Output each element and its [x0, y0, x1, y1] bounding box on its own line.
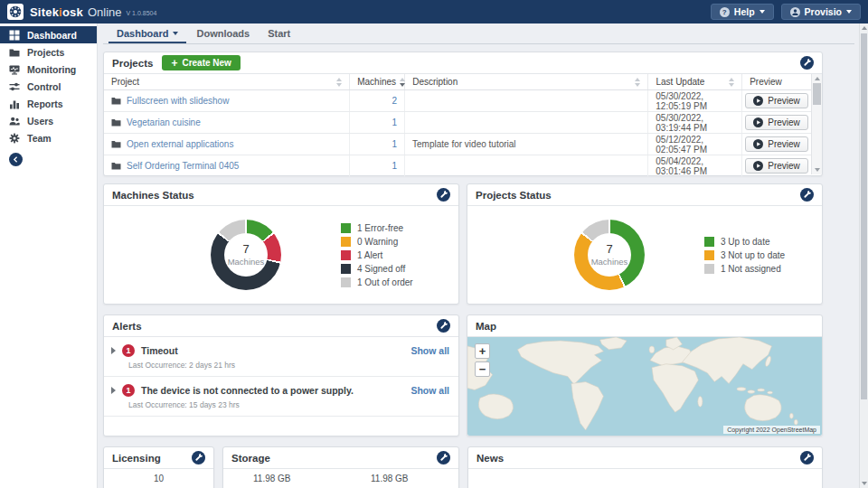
alert-message: Timeout	[141, 345, 178, 356]
legend-swatch	[341, 277, 351, 287]
folder-icon	[111, 118, 121, 127]
projects-status-donut-chart: 7 Machines	[574, 220, 645, 290]
table-row: Self Ordering Terminal 0405 1 05/04/2022…	[104, 155, 811, 177]
legend-label: 1 Not assigned	[721, 264, 781, 274]
project-link[interactable]: Vegetarian cuisine	[111, 117, 201, 127]
tab-dashboard[interactable]: Dashboard	[108, 25, 186, 43]
show-all-link[interactable]: Show all	[410, 385, 449, 396]
preview-button[interactable]: Preview	[745, 136, 808, 152]
sidebar-item-label: Monitoring	[27, 64, 76, 75]
map-attribution: Copyright 2022 OpenStreetMap	[723, 426, 820, 434]
legend-item: 3 Not up to date	[704, 250, 785, 260]
storage-metric: 11.98 GB	[253, 474, 311, 488]
map-zoom-in-button[interactable]: +	[475, 343, 490, 359]
plus-icon: +	[171, 58, 177, 69]
sidebar-item-control[interactable]: Control	[0, 78, 97, 95]
reports-icon	[9, 99, 20, 109]
alert-count-badge: 1	[122, 384, 135, 397]
sort-icon[interactable]	[729, 78, 734, 87]
help-icon: ?	[720, 7, 730, 17]
projects-panel: Projects + Create New Project Machines D…	[103, 52, 823, 176]
table-row: Vegetarian cuisine 1 05/30/2022, 03:19:4…	[104, 112, 811, 134]
scroll-down-icon[interactable]	[862, 482, 867, 485]
projects-icon	[9, 47, 20, 58]
sidebar-item-label: Team	[27, 133, 52, 144]
column-header-project: Project	[111, 77, 139, 87]
alert-count-badge: 1	[122, 344, 135, 357]
top-bar: Sitekiosk Online V 1.0.8504 ? Help Provi…	[0, 0, 868, 23]
donut-center-value: 7	[242, 243, 249, 256]
column-header-machines: Machines	[357, 77, 396, 87]
column-header-last-update: Last Update	[656, 77, 704, 87]
donut-center-label: Machines	[228, 257, 265, 267]
world-map[interactable]: + − Copyright 2022 OpenStreetMap	[467, 337, 822, 436]
expand-caret-icon[interactable]	[111, 387, 116, 394]
legend-label: 1 Alert	[357, 250, 382, 260]
panel-settings-wrench-icon[interactable]	[437, 188, 450, 202]
machines-count-link[interactable]: 2	[392, 96, 398, 106]
scrollbar-thumb[interactable]	[813, 83, 821, 105]
sidebar-item-reports[interactable]: Reports	[0, 95, 97, 112]
legend-item: 1 Out of order	[341, 277, 413, 287]
sort-icon[interactable]	[400, 78, 405, 87]
legend-swatch	[341, 264, 351, 274]
machines-count-link[interactable]: 1	[392, 161, 398, 171]
panel-settings-wrench-icon[interactable]	[800, 188, 814, 202]
panel-settings-wrench-icon[interactable]	[800, 56, 814, 70]
tab-downloads[interactable]: Downloads	[188, 25, 258, 43]
legend-label: 3 Up to date	[721, 237, 769, 247]
panel-settings-wrench-icon[interactable]	[437, 451, 450, 465]
project-link[interactable]: Fullscreen with slideshow	[111, 96, 229, 106]
scrollbar-thumb[interactable]	[861, 33, 867, 399]
column-header-preview: Preview	[750, 77, 782, 87]
preview-button[interactable]: Preview	[745, 93, 808, 108]
sidebar-collapse-button[interactable]	[9, 153, 23, 166]
scroll-down-icon[interactable]	[815, 168, 820, 172]
sidebar-item-projects[interactable]: Projects	[0, 43, 97, 61]
machines-count-link[interactable]: 1	[392, 139, 398, 149]
version-label: V 1.0.8504	[126, 10, 156, 16]
legend-label: 3 Not up to date	[721, 250, 785, 260]
sidebar-item-users[interactable]: Users	[0, 112, 97, 129]
user-menu-button[interactable]: Provisio	[781, 4, 861, 20]
alert-item: 1 The device is not connected to a power…	[104, 377, 458, 417]
page-scrollbar[interactable]	[859, 23, 868, 488]
preview-button[interactable]: Preview	[745, 158, 808, 174]
scroll-up-icon[interactable]	[815, 77, 820, 80]
map-zoom-out-button[interactable]: −	[475, 361, 490, 377]
scroll-up-icon[interactable]	[862, 26, 867, 30]
help-button[interactable]: ? Help	[711, 4, 774, 20]
sort-icon[interactable]	[635, 78, 640, 87]
project-link[interactable]: Self Ordering Terminal 0405	[111, 161, 239, 171]
play-circle-icon	[753, 139, 763, 149]
sidebar-item-team[interactable]: Team	[0, 129, 97, 146]
legend-swatch	[704, 264, 714, 274]
show-all-link[interactable]: Show all	[410, 345, 449, 356]
chevron-down-icon	[846, 10, 852, 14]
sidebar-item-label: Projects	[27, 47, 64, 58]
projects-status-panel: Projects Status 7 Machines 3 Up to date3…	[467, 183, 823, 305]
tab-start[interactable]: Start	[259, 25, 298, 43]
sort-icon[interactable]	[336, 78, 342, 87]
sidebar-item-monitoring[interactable]: Monitoring	[0, 61, 97, 78]
machines-count-link[interactable]: 1	[392, 117, 398, 127]
panel-settings-wrench-icon[interactable]	[437, 319, 450, 333]
panel-title: Machines Status	[112, 190, 194, 201]
preview-button[interactable]: Preview	[745, 115, 808, 130]
project-link[interactable]: Open external applications	[111, 139, 233, 149]
last-update-value: 05/30/2022, 12:05:19 PM	[656, 91, 734, 111]
last-update-value: 05/04/2022, 03:01:46 PM	[656, 156, 734, 176]
table-scrollbar[interactable]	[811, 74, 822, 174]
project-description: Template for video tutorial	[412, 139, 516, 149]
expand-caret-icon[interactable]	[111, 347, 116, 354]
column-header-description: Description	[412, 77, 458, 87]
panel-settings-wrench-icon[interactable]	[192, 451, 205, 465]
create-new-button[interactable]: + Create New	[162, 55, 240, 70]
legend-label: 0 Warning	[357, 237, 398, 247]
panel-settings-wrench-icon[interactable]	[800, 451, 814, 465]
user-avatar-icon	[790, 7, 800, 17]
users-icon	[9, 116, 20, 127]
sidebar-item-dashboard[interactable]: Dashboard	[0, 26, 97, 43]
legend-item: 1 Not assigned	[704, 264, 785, 274]
alert-item: 1 Timeout Show all Last Occurrence: 2 da…	[104, 337, 458, 377]
